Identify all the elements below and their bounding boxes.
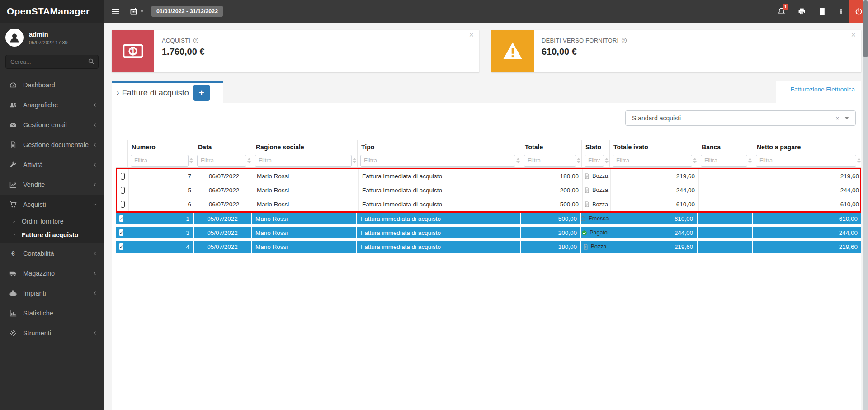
checkbox-unchecked[interactable] <box>121 173 125 180</box>
sidebar-subitem-label: Fatture di acquisto <box>22 231 78 238</box>
filter-input-totale-ivato[interactable] <box>613 155 692 167</box>
status-label: Pagato <box>590 229 608 236</box>
cell-totale-ivato: 219,60 <box>609 241 698 253</box>
sidebar-item-acquisti[interactable]: Acquisti <box>0 195 104 215</box>
sidebar-item-strumenti[interactable]: Strumenti <box>0 323 104 343</box>
filter-input-totale[interactable] <box>524 155 576 167</box>
sort-carets-icon[interactable] <box>189 158 193 163</box>
table-header-row: NumeroDataRagione socialeTipoTotaleStato… <box>116 140 861 153</box>
calendar-icon <box>130 8 137 15</box>
warning-icon <box>491 30 534 72</box>
sidebar-item-statistiche[interactable]: Statistiche <box>0 303 104 323</box>
table-row[interactable]: 706/07/2022Mario RossiFattura immediata … <box>117 169 860 183</box>
view-select-value: Standard acquisti <box>626 114 830 122</box>
card-acquisti-label: ACQUISTI <box>162 37 190 44</box>
table-row[interactable]: 405/07/2022Mario RossiFattura immediata … <box>116 241 861 255</box>
sidebar-item-ordini-fornitore[interactable]: Ordini fornitore <box>0 215 104 228</box>
sidebar-item-dashboard[interactable]: Dashboard <box>0 75 104 95</box>
clear-select-icon[interactable]: × <box>830 115 844 122</box>
filter-cell <box>753 153 862 167</box>
sort-carets-icon[interactable] <box>605 158 609 163</box>
column-header-netto-a-pagare[interactable]: Netto a pagare <box>753 140 862 153</box>
document-icon <box>9 141 17 148</box>
filter-input-numero[interactable] <box>131 155 189 167</box>
column-header-stato[interactable]: Stato <box>582 140 610 153</box>
table-row[interactable]: 105/07/2022Mario RossiFattura immediata … <box>116 213 861 227</box>
envelope-icon <box>9 121 17 129</box>
sort-carets-icon[interactable] <box>857 158 861 163</box>
filter-input-tipo[interactable] <box>360 155 515 167</box>
sort-carets-icon[interactable] <box>693 158 697 163</box>
sort-carets-icon[interactable] <box>516 158 520 163</box>
sidebar-item-attivita[interactable]: Attività <box>0 155 104 175</box>
search-icon[interactable] <box>88 58 95 65</box>
sort-carets-icon[interactable] <box>748 158 752 163</box>
filter-input-stato[interactable] <box>585 155 604 167</box>
view-select[interactable]: Standard acquisti × <box>625 110 856 126</box>
sidebar-item-label: Statistiche <box>23 310 98 317</box>
tab-fatture-di-acquisto[interactable]: › Fatture di acquisto + <box>112 81 223 103</box>
checkbox-checked[interactable] <box>119 215 123 222</box>
question-circle-icon[interactable]: ? <box>621 38 627 43</box>
cell-netto-a-pagare: 219,60 <box>753 241 861 253</box>
sidebar-item-fatture-di-acquisto[interactable]: Fatture di acquisto <box>0 228 104 242</box>
filter-input-banca[interactable] <box>701 155 747 167</box>
notifications-button[interactable]: 1 <box>771 0 792 23</box>
filter-input-ragione-sociale[interactable] <box>255 155 352 167</box>
scrollbar-thumb[interactable] <box>863 0 868 57</box>
column-header-numero[interactable]: Numero <box>128 140 194 153</box>
table-filter-row <box>116 153 861 167</box>
highlighted-rows-group: 706/07/2022Mario RossiFattura immediata … <box>116 168 861 213</box>
sidebar-item-contabilita[interactable]: €Contabilità <box>0 243 104 263</box>
table-head: NumeroDataRagione socialeTipoTotaleStato… <box>116 140 861 168</box>
table-row[interactable]: 606/07/2022Mario RossiFattura immediata … <box>117 197 860 211</box>
sort-carets-icon[interactable] <box>247 158 251 163</box>
status-cell: Pagato <box>581 227 609 238</box>
info-button[interactable] <box>832 0 849 23</box>
table-row[interactable]: 305/07/2022Mario RossiFattura immediata … <box>116 227 861 241</box>
docs-button[interactable] <box>812 0 832 23</box>
sidebar-item-anagrafiche[interactable]: Anagrafiche <box>0 95 104 115</box>
svg-text:€: € <box>11 250 15 257</box>
filter-input-data[interactable] <box>197 155 246 167</box>
add-invoice-button[interactable]: + <box>193 85 210 101</box>
sidebar-item-vendite[interactable]: Vendite <box>0 175 104 195</box>
cell-data: 06/07/2022 <box>195 169 253 183</box>
dashboard-icon <box>9 81 17 89</box>
sidebar-item-impianti[interactable]: Impianti <box>0 283 104 303</box>
filter-input-netto-a-pagare[interactable] <box>756 155 856 167</box>
column-header-totale-ivato[interactable]: Totale ivato <box>610 140 698 153</box>
sidebar-item-gestione-email[interactable]: Gestione email <box>0 115 104 135</box>
users-icon <box>9 101 17 109</box>
question-circle-icon[interactable]: ? <box>193 38 199 43</box>
checkbox-checked[interactable] <box>119 243 123 250</box>
sort-carets-icon[interactable] <box>353 158 356 163</box>
status-label: Bozza <box>591 243 607 250</box>
check-circle-icon <box>581 230 587 236</box>
print-button[interactable] <box>792 0 812 23</box>
search-input[interactable] <box>5 55 99 69</box>
cell-totale-ivato: 244,00 <box>611 183 699 197</box>
table-row[interactable]: 506/07/2022Mario RossiFattura immediata … <box>117 183 860 197</box>
checkbox-checked[interactable] <box>119 229 123 236</box>
column-header-data[interactable]: Data <box>194 140 252 153</box>
column-header-tipo[interactable]: Tipo <box>358 140 521 153</box>
checkbox-unchecked[interactable] <box>121 201 125 208</box>
checkbox-unchecked[interactable] <box>121 187 125 194</box>
column-header-banca[interactable]: Banca <box>698 140 753 153</box>
tab-fatturazione-elettronica[interactable]: Fatturazione Elettronica <box>776 81 861 103</box>
card-close-button[interactable]: × <box>851 31 856 39</box>
status-cell: Bozza <box>583 197 611 211</box>
date-range-badge[interactable]: 01/01/2022 - 31/12/2022 <box>151 6 223 17</box>
sidebar-item-magazzino[interactable]: Magazzino <box>0 263 104 283</box>
sort-carets-icon[interactable] <box>577 158 580 163</box>
hamburger-menu-icon[interactable] <box>111 7 120 16</box>
card-close-button[interactable]: × <box>469 31 474 39</box>
card-debiti-fornitori: DEBITI VERSO FORNITORI ? 610,00 € × <box>491 30 861 72</box>
calendar-picker[interactable] <box>130 8 144 15</box>
file-icon <box>584 173 590 179</box>
column-header-totale[interactable]: Totale <box>521 140 582 153</box>
sidebar-item-gestione-documentale[interactable]: Gestione documentale <box>0 135 104 155</box>
user-panel: admin 05/07/2022 17:39 <box>0 23 104 51</box>
column-header-ragione-sociale[interactable]: Ragione sociale <box>252 140 358 153</box>
